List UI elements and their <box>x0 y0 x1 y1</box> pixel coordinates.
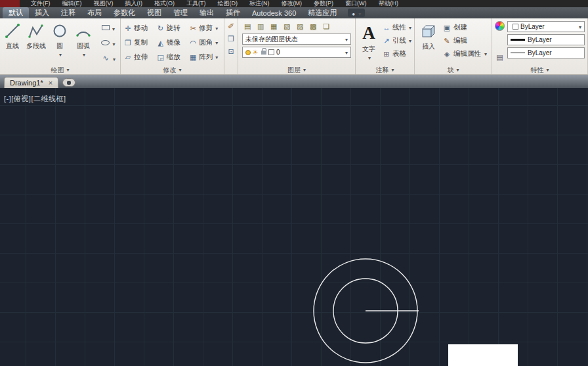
a360-sync-button[interactable] <box>348 9 365 17</box>
array-icon <box>188 53 198 62</box>
clipboard-icon[interactable] <box>226 35 236 43</box>
lineweight-value: ByLayer <box>528 36 552 43</box>
chevron-down-icon[interactable] <box>81 51 85 58</box>
menu-dimension[interactable]: 标注(N) <box>243 0 276 7</box>
layer-state-dropdown[interactable]: 未保存的图层状态 <box>242 34 351 45</box>
layer-isolate-icon[interactable] <box>268 22 279 31</box>
tab-annotate[interactable]: 注释 <box>55 7 81 18</box>
menu-format[interactable]: 格式(O) <box>148 0 180 7</box>
panel-label-block[interactable]: 块 <box>415 66 492 74</box>
fillet-button[interactable]: 圆角 <box>188 35 221 50</box>
panel-label-draw-text: 绘图 <box>51 66 64 75</box>
tab-featured-apps[interactable]: 精选应用 <box>302 7 343 18</box>
layer-lock-icon[interactable] <box>295 22 305 31</box>
layer-thaw-icon[interactable] <box>251 49 260 56</box>
panel-annotate: A 文字 线性 引线 表格 注释 <box>356 18 415 74</box>
menu-file[interactable]: 文件(F) <box>25 0 56 7</box>
drawing-canvas[interactable]: [-][俯视][二维线框] <box>0 88 588 366</box>
layer-dropdown[interactable]: 0 <box>242 47 351 58</box>
tab-parametric[interactable]: 参数化 <box>108 7 141 18</box>
tab-manage[interactable]: 管理 <box>167 7 194 18</box>
mirror-button[interactable]: 镜像 <box>156 35 189 50</box>
create-block-button[interactable]: 创建 <box>442 21 487 34</box>
layer-make-current-icon[interactable] <box>321 22 331 31</box>
current-layer-name: 0 <box>276 49 280 56</box>
stretch-button[interactable]: 拉伸 <box>123 50 156 64</box>
panel-match-strip <box>224 18 238 74</box>
layer-unlock-icon[interactable] <box>261 51 266 55</box>
layer-off-icon[interactable] <box>255 22 266 31</box>
panel-label-modify[interactable]: 修改 <box>121 66 224 74</box>
menu-modify[interactable]: 修改(M) <box>276 0 308 7</box>
move-button[interactable]: 移动 <box>123 21 156 35</box>
viewport-controls[interactable]: [-][俯视][二维线框] <box>4 94 66 104</box>
drawing-tab[interactable]: Drawing1* <box>4 77 58 88</box>
menu-view[interactable]: 视图(V) <box>88 0 119 7</box>
menu-tools[interactable]: 工具(T) <box>180 0 212 7</box>
copy-button[interactable]: 复制 <box>123 35 156 50</box>
text-button[interactable]: A 文字 <box>358 21 379 66</box>
object-color-dropdown[interactable]: ByLayer <box>507 21 585 32</box>
panel-draw: 直线 多段线 圆 圆弧 <box>0 18 121 74</box>
rectangle-button[interactable] <box>98 20 119 35</box>
panel-label-properties[interactable]: 特性 <box>492 66 587 74</box>
stretch-icon <box>123 53 133 62</box>
spline-button[interactable] <box>98 51 119 65</box>
app-logo[interactable] <box>0 0 20 7</box>
panel-label-draw[interactable]: 绘图 <box>0 66 120 74</box>
edit-attributes-button[interactable]: 编辑属性 <box>442 47 487 60</box>
menu-insert[interactable]: 插入(I) <box>119 0 149 7</box>
properties-list-icon[interactable] <box>495 53 505 62</box>
tab-home[interactable]: 默认 <box>3 7 29 18</box>
edit-block-icon <box>442 37 452 45</box>
lineweight-dropdown[interactable]: ByLayer <box>507 34 585 45</box>
table-icon <box>382 50 391 58</box>
table-button[interactable]: 表格 <box>382 47 411 60</box>
line-button[interactable]: 直线 <box>1 20 24 65</box>
line-icon <box>4 22 21 39</box>
layer-tools-row <box>242 21 351 32</box>
linear-dimension-button[interactable]: 线性 <box>382 21 411 34</box>
circle-button[interactable]: 圆 <box>49 20 71 65</box>
chevron-down-icon[interactable] <box>367 54 371 61</box>
close-tab-icon[interactable] <box>49 79 52 87</box>
insert-block-button[interactable]: 插入 <box>417 21 440 66</box>
polyline-button[interactable]: 多段线 <box>25 20 47 65</box>
trim-button[interactable]: 修剪 <box>188 21 221 35</box>
match-properties-icon[interactable] <box>226 22 236 31</box>
panel-label-annotate[interactable]: 注释 <box>356 66 414 74</box>
layer-on-icon[interactable] <box>245 50 251 55</box>
layer-match-icon[interactable] <box>308 22 318 31</box>
linetype-dropdown[interactable]: ByLayer <box>507 47 585 58</box>
edit-block-button[interactable]: 编辑 <box>442 34 487 47</box>
ribbon: 直线 多段线 圆 圆弧 <box>0 18 588 75</box>
tab-plugins[interactable]: 插件 <box>220 7 246 18</box>
leader-button[interactable]: 引线 <box>382 34 411 47</box>
ellipse-button[interactable] <box>98 35 119 50</box>
color-wheel-icon[interactable] <box>495 21 505 31</box>
rotate-button[interactable]: 旋转 <box>156 21 189 35</box>
chevron-down-icon[interactable] <box>58 51 62 58</box>
menu-window[interactable]: 窗口(W) <box>339 0 373 7</box>
rotate-label: 旋转 <box>167 24 180 33</box>
panel-label-layers-text: 图层 <box>287 66 301 75</box>
menu-help[interactable]: 帮助(H) <box>373 0 405 7</box>
trim-icon <box>188 24 198 33</box>
tab-autodesk360[interactable]: Autodesk 360 <box>246 7 302 18</box>
tab-layout[interactable]: 布局 <box>81 7 108 18</box>
menu-draw[interactable]: 绘图(D) <box>212 0 244 7</box>
menu-edit[interactable]: 编辑(E) <box>56 0 88 7</box>
tab-output[interactable]: 输出 <box>194 7 220 18</box>
tab-view[interactable]: 视图 <box>141 7 167 18</box>
menu-parametric[interactable]: 参数(P) <box>308 0 339 7</box>
new-drawing-button[interactable] <box>62 78 75 87</box>
layer-freeze-icon[interactable] <box>282 22 292 31</box>
scale-button[interactable]: 缩放 <box>156 50 189 64</box>
arc-button[interactable]: 圆弧 <box>72 20 94 65</box>
paste-icon[interactable] <box>226 47 236 56</box>
tab-insert[interactable]: 插入 <box>29 7 55 18</box>
mirror-label: 镜像 <box>167 38 180 47</box>
array-button[interactable]: 阵列 <box>188 50 221 64</box>
layer-properties-icon[interactable] <box>242 22 253 31</box>
panel-label-layers[interactable]: 图层 <box>238 66 355 74</box>
